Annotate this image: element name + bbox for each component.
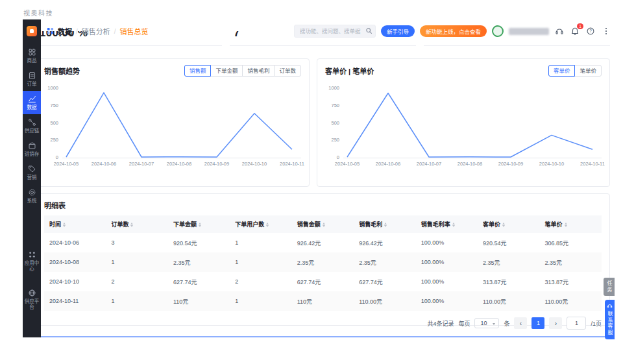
sidebar-item-apps[interactable]: 应用中心 <box>23 247 41 276</box>
page-number-current[interactable]: 1 <box>531 317 544 329</box>
breadcrumb-sales-overview[interactable]: 销售总览 <box>120 26 149 36</box>
table-cell: 110元 <box>292 291 354 311</box>
sidebar-item-data[interactable]: 数据 <box>23 91 41 114</box>
detail-table-card: 明细表 时间订单数下单金额下单用户数销售金额销售毛利销售毛利率客单价笔单价 20… <box>36 193 610 326</box>
page-size-select[interactable]: 10 <box>474 318 499 328</box>
chart1-tab-1[interactable]: 笔单价 <box>574 65 602 77</box>
table-cell: 306.85元 <box>540 233 602 252</box>
chart0-tab-2[interactable]: 销售毛利 <box>242 65 275 77</box>
table-header-3[interactable]: 下单用户数 <box>230 215 291 233</box>
sidebar-item-label: 订单 <box>23 81 40 87</box>
table-header-5[interactable]: 销售毛利 <box>354 215 415 233</box>
search-icon[interactable] <box>365 27 373 34</box>
sidebar-item-platform[interactable]: 供应平台 <box>23 285 41 314</box>
sort-icon[interactable] <box>63 221 66 228</box>
x-axis-labels: 2024-10-052024-10-062024-10-072024-10-08… <box>62 160 301 170</box>
table-header-label: 销售金额 <box>297 221 321 228</box>
y-tick-label: 1000 <box>328 85 339 91</box>
table-header-7[interactable]: 客单价 <box>478 215 539 233</box>
sidebar-item-inventory[interactable]: 进销存 <box>23 138 41 161</box>
table-cell: 627.74元 <box>292 272 354 291</box>
sidebar-item-goods[interactable]: 商品 <box>23 44 41 67</box>
more-menu-icon[interactable] <box>601 26 611 36</box>
table-header-0[interactable]: 时间 <box>44 215 106 233</box>
table-cell: 926.42元 <box>292 233 354 252</box>
task-float-tab[interactable]: 任务 <box>604 278 615 296</box>
newbie-guide-badge[interactable]: 新手引导 <box>381 25 415 37</box>
sidebar-item-orders[interactable]: 订单 <box>23 67 41 91</box>
table-header-8[interactable]: 笔单价 <box>540 215 602 233</box>
per-page-label: 每页 <box>458 319 470 328</box>
next-page-button[interactable]: › <box>549 317 562 329</box>
orders-icon <box>28 71 36 80</box>
table-header-4[interactable]: 销售金额 <box>292 215 354 233</box>
table-row: 2024-10-063920.54元1926.42元926.42元100.00%… <box>44 233 602 252</box>
x-tick-label: 2024-10-09 <box>498 161 523 167</box>
sort-icon[interactable] <box>502 221 505 228</box>
announcement-badge[interactable]: 新功能上线，点击查看 <box>420 25 487 37</box>
y-tick-label: 1000 <box>47 85 58 91</box>
notification-count-badge: 1 <box>577 23 583 29</box>
sidebar-item-label: 商品 <box>23 58 40 64</box>
sort-icon[interactable] <box>199 221 201 228</box>
topbar: 数据 / 销售分析 / 销售总览 新手引导 新功能上线，点击查看 1 ? <box>47 22 611 40</box>
sidebar-item-marketing[interactable]: 营销 <box>23 161 41 184</box>
sidebar-item-system[interactable]: 系统 <box>23 184 41 208</box>
table-cell: 920.54元 <box>478 233 539 252</box>
supply-icon <box>28 118 36 127</box>
breadcrumb-separator: / <box>114 28 116 35</box>
table-cell: 920.54元 <box>168 233 230 252</box>
line-chart-svg <box>62 82 301 158</box>
x-tick-label: 2024-10-05 <box>335 161 360 167</box>
table-cell: 627.74元 <box>168 272 230 291</box>
chart0-tab-3[interactable]: 订单数 <box>274 65 301 77</box>
table-cell: 2.35元 <box>540 252 602 272</box>
app-logo[interactable] <box>27 26 37 36</box>
data-module-icon <box>47 27 54 36</box>
chart1-tab-0[interactable]: 客单价 <box>548 65 576 77</box>
table-cell: 1 <box>106 291 167 311</box>
breadcrumb-data[interactable]: 数据 <box>58 26 72 36</box>
contact-service-float-tab[interactable]: 联系客服 <box>605 300 615 339</box>
breadcrumb-sales-analysis[interactable]: 销售分析 <box>82 26 110 36</box>
help-icon[interactable]: ? <box>585 26 596 36</box>
contact-service-label: 联系客服 <box>606 311 613 335</box>
table-cell: 2 <box>230 272 291 291</box>
table-cell: 110.00元 <box>478 291 539 311</box>
y-axis-labels: 02505007501000 <box>325 82 343 158</box>
company-avatar[interactable] <box>492 25 504 37</box>
table-body: 2024-10-063920.54元1926.42元926.42元100.00%… <box>44 233 602 311</box>
sort-icon[interactable] <box>565 221 567 228</box>
sort-icon[interactable] <box>323 221 325 228</box>
page-jump-input[interactable] <box>567 317 586 330</box>
table-cell: 2.35元 <box>292 252 354 272</box>
chart0-tab-0[interactable]: 销售额 <box>184 65 212 77</box>
apps-icon <box>28 250 36 259</box>
table-header-1[interactable]: 订单数 <box>106 215 167 233</box>
sort-icon[interactable] <box>384 221 387 228</box>
table-header-2[interactable]: 下单金额 <box>168 215 230 233</box>
sort-icon[interactable] <box>452 221 455 228</box>
marketing-icon <box>28 165 36 173</box>
table-header-6[interactable]: 销售毛利率 <box>416 215 478 233</box>
y-tick-label: 750 <box>331 102 339 108</box>
search-input[interactable] <box>294 25 376 38</box>
sort-icon[interactable] <box>130 221 133 228</box>
table-row: 2024-10-102627.74元2627.74元627.74元100.00%… <box>44 272 602 291</box>
sidebar-item-label: 数据 <box>23 104 40 110</box>
table-cell: 627.74元 <box>354 272 415 291</box>
breadcrumb-separator: / <box>76 28 78 35</box>
table-cell: 100.00% <box>416 233 478 252</box>
table-row: 2024-10-111110元1110元110.00元100.00%110.00… <box>44 291 602 311</box>
y-axis-labels: 02505007501000 <box>44 82 62 158</box>
table-cell: 1 <box>230 252 291 272</box>
x-tick-label: 2024-10-08 <box>167 161 191 167</box>
prev-page-button[interactable]: ‹ <box>514 317 527 329</box>
chart0-tab-1[interactable]: 下单金额 <box>210 65 243 77</box>
global-search <box>294 25 376 38</box>
notification-bell-icon[interactable]: 1 <box>570 26 580 36</box>
sort-icon[interactable] <box>266 221 269 228</box>
x-tick-label: 2024-10-10 <box>539 161 564 167</box>
support-headset-icon[interactable] <box>554 26 565 36</box>
sidebar-item-supply[interactable]: 供应链 <box>23 114 41 138</box>
